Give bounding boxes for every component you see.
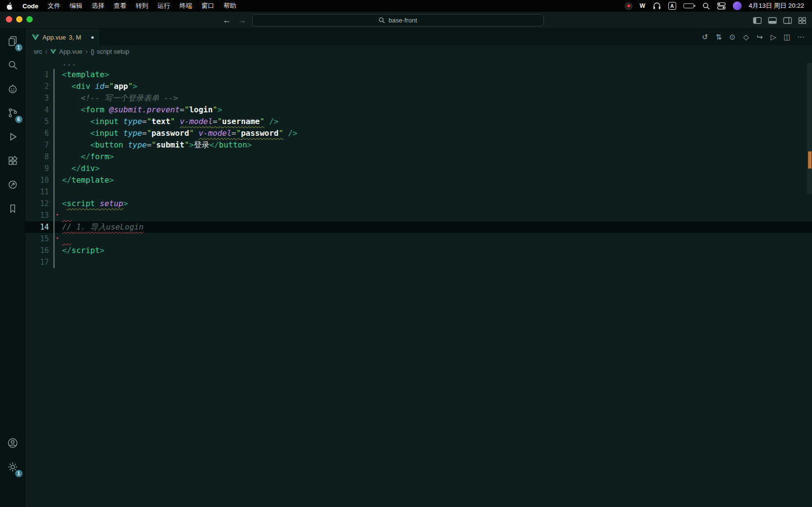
code-line[interactable]: 5 <input type="text" v-model="username" …: [25, 116, 812, 127]
code-line[interactable]: 8 </form>: [25, 151, 812, 163]
code-line[interactable]: 6 <input type="password" v-model="passwo…: [25, 127, 812, 139]
split-editor-icon[interactable]: ◫: [782, 33, 792, 42]
code-line[interactable]: 4 <form @submit.prevent="login">: [25, 104, 812, 116]
sidebar-item-run-debug[interactable]: [1, 125, 24, 148]
tab-label: App.vue: [43, 34, 66, 41]
code-line[interactable]: 1<template>: [25, 69, 812, 81]
chevron-right-icon: ›: [45, 47, 47, 55]
app-menu[interactable]: Code: [22, 2, 39, 10]
sidebar-item-bookmarks[interactable]: [1, 196, 24, 220]
sidebar-item-circle-arrow[interactable]: [1, 172, 24, 196]
timeline-icon[interactable]: ↺: [700, 33, 710, 42]
sidebar-item-extensions[interactable]: [1, 148, 24, 172]
titlebar: ← → base-front: [0, 12, 812, 29]
user-avatar[interactable]: [733, 1, 742, 10]
code-line[interactable]: 10</template>: [25, 174, 812, 186]
sidebar-item-source-control[interactable]: 6: [1, 101, 24, 125]
more-actions-icon[interactable]: ⋯: [795, 33, 806, 42]
source-control-graph-icon[interactable]: ⇅: [713, 33, 724, 42]
source-control-badge: 6: [15, 116, 22, 123]
settings-button[interactable]: 1: [1, 455, 24, 479]
sidebar-item-search[interactable]: [1, 53, 24, 77]
code-line[interactable]: 9 </div>: [25, 163, 812, 174]
code-line[interactable]: 15▸: [25, 233, 812, 245]
apple-menu-icon[interactable]: [7, 2, 13, 10]
menu-item[interactable]: 文件: [48, 1, 61, 10]
minimize-window-button[interactable]: [16, 16, 22, 22]
close-window-button[interactable]: [6, 16, 12, 22]
explorer-badge: 1: [15, 44, 22, 51]
tab-bar: App.vue 3, M ● ↺⇅⊙◇↪▷◫⋯: [25, 29, 812, 45]
breadcrumb-folder[interactable]: src: [34, 48, 42, 55]
activity-bar: 1 6 1: [0, 29, 25, 507]
customize-layout-icon[interactable]: [798, 17, 806, 24]
control-center-icon[interactable]: [717, 2, 726, 10]
battery-icon[interactable]: [684, 3, 695, 8]
menu-item[interactable]: 编辑: [70, 1, 83, 10]
command-center-label: base-front: [388, 17, 417, 24]
audio-headphones-icon[interactable]: [653, 2, 661, 10]
code-line[interactable]: 7 <button type="submit">登录</button>: [25, 139, 812, 151]
code-line[interactable]: ...: [25, 57, 812, 69]
editor-actions: ↺⇅⊙◇↪▷◫⋯: [700, 29, 812, 45]
vue-icon: [32, 34, 39, 41]
navigate-back-icon[interactable]: ←: [223, 16, 231, 25]
code-line[interactable]: 17: [25, 256, 812, 268]
chevron-right-icon: ›: [85, 47, 88, 55]
code-line[interactable]: 12<script setup>: [25, 198, 812, 210]
tab-app-vue[interactable]: App.vue 3, M ●: [25, 29, 100, 45]
macos-menubar: Code 文件编辑选择查看转到运行终端窗口帮助 W A 4月13日 周日 20:…: [0, 0, 812, 12]
toggle-sidebar-icon[interactable]: [753, 17, 762, 24]
input-source-icon[interactable]: A: [668, 2, 676, 10]
account-button[interactable]: [1, 431, 24, 455]
w-app-icon[interactable]: W: [640, 2, 645, 9]
symbol-brackets-icon: {}: [90, 48, 94, 55]
menubar-clock[interactable]: 4月13日 周日 20:22: [749, 1, 804, 10]
code-line[interactable]: 16</script>: [25, 245, 812, 256]
menu-item[interactable]: 选择: [92, 1, 105, 10]
navigate-forward-icon[interactable]: →: [238, 16, 246, 25]
spotlight-search-icon[interactable]: [703, 2, 710, 10]
toggle-secondary-sidebar-icon[interactable]: [783, 17, 792, 24]
breadcrumb-symbol[interactable]: script setup: [97, 48, 129, 55]
goto-icon[interactable]: ↪: [754, 33, 765, 42]
unsaved-changes-dot-icon[interactable]: ●: [91, 34, 94, 40]
toggle-panel-icon[interactable]: [768, 17, 777, 24]
code-editor[interactable]: ...1<template>2 <div id="app">3 <!-- 写一个…: [25, 57, 812, 507]
screen-recording-icon[interactable]: [625, 2, 632, 10]
editor-scrollbar[interactable]: [807, 63, 812, 194]
error-marker-icon: ▸: [56, 212, 59, 217]
vue-icon: [50, 49, 56, 54]
code-line[interactable]: 13▸: [25, 210, 812, 221]
menu-item[interactable]: 帮助: [224, 1, 236, 10]
maximize-window-button[interactable]: [26, 16, 33, 22]
menubar-items: 文件编辑选择查看转到运行终端窗口帮助: [48, 1, 236, 10]
code-lines: ...1<template>2 <div id="app">3 <!-- 写一个…: [25, 57, 812, 268]
tab-problems-git-decoration: 3, M: [69, 34, 81, 41]
sidebar-item-explorer[interactable]: 1: [1, 29, 24, 53]
code-line[interactable]: 14// 1. 导入useLogin: [25, 221, 812, 233]
open-changes-icon[interactable]: ⊙: [727, 33, 738, 42]
account-person-icon: [6, 437, 19, 449]
window-controls: [6, 16, 33, 22]
code-line[interactable]: 3 <!-- 写一个登录表单 -->: [25, 92, 812, 104]
extensions-icon: [7, 155, 19, 167]
code-line[interactable]: 11: [25, 186, 812, 198]
menu-item[interactable]: 窗口: [202, 1, 214, 10]
menu-item[interactable]: 运行: [158, 1, 171, 10]
search-icon: [379, 17, 385, 23]
breadcrumb: src › App.vue › {} script setup: [25, 45, 812, 57]
symbol-outline-icon[interactable]: ◇: [741, 33, 751, 42]
menu-item[interactable]: 查看: [114, 1, 127, 10]
command-center-search[interactable]: base-front: [252, 14, 544, 26]
menu-item[interactable]: 转到: [136, 1, 149, 10]
settings-badge: 1: [15, 470, 22, 477]
run-file-icon[interactable]: ▷: [768, 33, 779, 42]
search-icon: [7, 59, 19, 71]
sidebar-item-chat[interactable]: [1, 77, 24, 101]
bookmark-icon: [7, 203, 19, 214]
breadcrumb-file[interactable]: App.vue: [59, 48, 83, 55]
code-line[interactable]: 2 <div id="app">: [25, 81, 812, 92]
chat-robot-icon: [7, 83, 19, 95]
menu-item[interactable]: 终端: [180, 1, 192, 10]
